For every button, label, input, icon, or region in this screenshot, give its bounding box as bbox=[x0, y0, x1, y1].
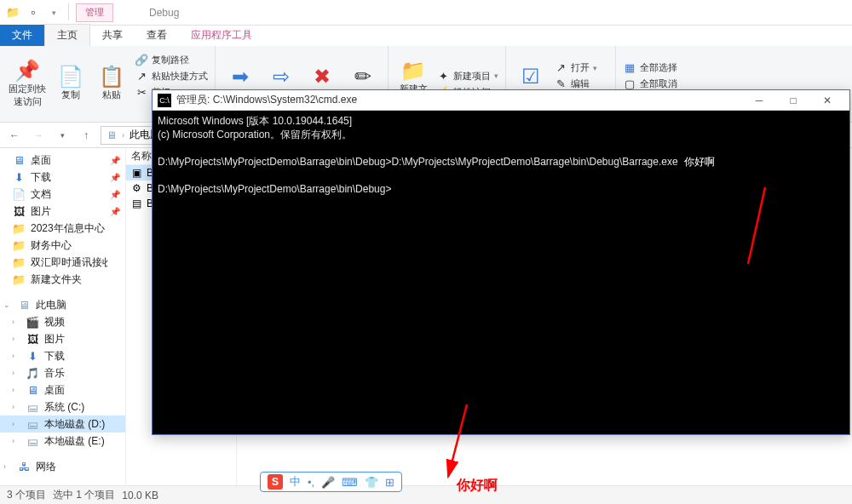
tree-folder[interactable]: 📁2023年信息中心 bbox=[0, 220, 125, 237]
tree-label: 桌面 bbox=[31, 153, 51, 168]
cmd-prompt: D:\MyProjects\MyProjectDemo\Barrage\bin\… bbox=[158, 183, 391, 195]
cmd-output[interactable]: Microsoft Windows [版本 10.0.19044.1645] (… bbox=[153, 111, 849, 434]
status-selected: 选中 1 个项目 bbox=[53, 488, 115, 502]
desktop-icon: 🖥 bbox=[12, 154, 26, 167]
pc-icon: 🖥 bbox=[17, 299, 31, 312]
ime-punct-icon[interactable]: •, bbox=[308, 476, 314, 489]
tree-desktop2[interactable]: ›🖥桌面 bbox=[0, 381, 125, 398]
paste-button[interactable]: 📋 粘贴 bbox=[94, 49, 130, 118]
maximize-button[interactable]: □ bbox=[776, 90, 810, 111]
copy-icon: 📄 bbox=[58, 66, 83, 87]
nav-tree[interactable]: 🖥桌面📌 ⬇下载📌 📄文档📌 🖼图片📌 📁2023年信息中心 📁财务中心 📁双汇… bbox=[0, 148, 126, 485]
pc-icon: 🖥 bbox=[106, 129, 117, 141]
tree-downloads2[interactable]: ›⬇下载 bbox=[0, 347, 125, 364]
tree-videos[interactable]: ›🎬视频 bbox=[0, 313, 125, 330]
tree-label: 财务中心 bbox=[31, 238, 72, 253]
tab-app-tools[interactable]: 应用程序工具 bbox=[179, 25, 264, 46]
cmd-window[interactable]: C:\ 管理员: C:\Windows\System32\cmd.exe ─ □… bbox=[152, 89, 850, 435]
paste-icon: 📋 bbox=[99, 66, 124, 87]
tree-network[interactable]: ›🖧网络 bbox=[0, 458, 125, 475]
pdb-icon: ▤ bbox=[130, 198, 143, 209]
open-label: 打开 bbox=[571, 61, 590, 74]
edit-label: 编辑 bbox=[571, 77, 590, 90]
nav-forward-button[interactable]: → bbox=[29, 126, 48, 145]
tree-label: 文档 bbox=[31, 187, 51, 202]
tab-share[interactable]: 共享 bbox=[90, 25, 135, 46]
cmd-line: (c) Microsoft Corporation。保留所有权利。 bbox=[158, 129, 352, 140]
pic-icon: 🖼 bbox=[26, 333, 39, 346]
chevron-icon: › bbox=[12, 318, 20, 326]
selall-label: 全部选择 bbox=[640, 61, 677, 74]
tree-ddrive[interactable]: ›🖴本地磁盘 (D:) bbox=[0, 415, 125, 432]
path-icon: 🔗 bbox=[135, 54, 148, 67]
tree-cdrive[interactable]: ›🖴系统 (C:) bbox=[0, 398, 125, 415]
tree-desktop[interactable]: 🖥桌面📌 bbox=[0, 152, 125, 169]
copy-path-button[interactable]: 🔗复制路径 bbox=[135, 54, 208, 67]
tree-pictures2[interactable]: ›🖼图片 bbox=[0, 330, 125, 347]
disk-icon: 🖴 bbox=[26, 435, 39, 448]
tree-downloads[interactable]: ⬇下载📌 bbox=[0, 169, 125, 186]
move-icon: ➡ bbox=[232, 66, 249, 87]
tree-label: 图片 bbox=[44, 332, 65, 346]
ime-toolbar[interactable]: S 中 •, 🎤 ⌨ 👕 ⊞ bbox=[260, 472, 402, 492]
tree-label: 下载 bbox=[31, 170, 51, 185]
tab-view[interactable]: 查看 bbox=[135, 25, 179, 46]
paste-shortcut-label: 粘贴快捷方式 bbox=[152, 70, 208, 83]
quick-access-toolbar: 📁 ▫ ▾ bbox=[0, 3, 76, 22]
sogou-logo-icon[interactable]: S bbox=[268, 474, 283, 490]
copyto-icon: ⇨ bbox=[273, 66, 290, 87]
close-button[interactable]: ✕ bbox=[810, 90, 844, 111]
tree-label: 图片 bbox=[31, 204, 51, 219]
tree-label: 下载 bbox=[44, 349, 65, 364]
chevron-down-icon: ⌄ bbox=[3, 301, 12, 309]
open-button[interactable]: ↗打开▾ bbox=[554, 61, 608, 75]
minimize-button[interactable]: ─ bbox=[742, 90, 776, 111]
delete-icon: ✖ bbox=[314, 66, 331, 87]
newitem-label: 新建项目 bbox=[453, 70, 491, 83]
tree-folder[interactable]: 📁新建文件夹 bbox=[0, 271, 125, 288]
copy-label: 复制 bbox=[61, 89, 80, 101]
nav-dropdown-icon[interactable]: ▾ bbox=[53, 126, 72, 145]
qat-item[interactable]: ▫ bbox=[24, 3, 43, 22]
tab-home[interactable]: 主页 bbox=[44, 24, 90, 46]
chevron-icon: › bbox=[3, 462, 12, 471]
ime-keyboard-icon[interactable]: ⌨ bbox=[342, 476, 358, 489]
tree-pictures[interactable]: 🖼图片📌 bbox=[0, 203, 125, 220]
cmd-titlebar[interactable]: C:\ 管理员: C:\Windows\System32\cmd.exe ─ □… bbox=[153, 90, 849, 111]
cmd-line: Microsoft Windows [版本 10.0.19044.1645] bbox=[158, 115, 352, 127]
qat-dropdown-icon[interactable]: ▾ bbox=[44, 3, 63, 22]
chevron-icon: › bbox=[12, 335, 20, 343]
pin-quick-access-button[interactable]: 📌 固定到快速访问 bbox=[7, 49, 48, 118]
tree-this-pc[interactable]: ⌄🖥此电脑 bbox=[0, 296, 125, 313]
tab-file[interactable]: 文件 bbox=[0, 25, 44, 46]
ime-skin-icon[interactable]: 👕 bbox=[365, 476, 378, 489]
ime-lang[interactable]: 中 bbox=[290, 474, 301, 490]
cmd-title-text: 管理员: C:\Windows\System32\cmd.exe bbox=[176, 93, 357, 107]
props-icon: ☑ bbox=[521, 66, 540, 87]
paste-shortcut-button[interactable]: ↗粘贴快捷方式 bbox=[135, 70, 208, 83]
tree-documents[interactable]: 📄文档📌 bbox=[0, 186, 125, 203]
folder-icon: 📁 bbox=[12, 273, 26, 286]
tree-label: 本地磁盘 (E:) bbox=[44, 434, 105, 449]
copy-path-label: 复制路径 bbox=[152, 54, 189, 66]
ime-voice-icon[interactable]: 🎤 bbox=[321, 476, 335, 489]
cmd-argument: 你好啊 bbox=[684, 156, 715, 168]
tree-label: 2023年信息中心 bbox=[31, 221, 105, 236]
tree-label: 网络 bbox=[36, 460, 56, 474]
folder-icon: 📁 bbox=[12, 239, 26, 252]
nav-up-button[interactable]: ↑ bbox=[77, 126, 95, 145]
nav-back-button[interactable]: ← bbox=[5, 126, 24, 145]
tree-folder[interactable]: 📁财务中心 bbox=[0, 237, 125, 254]
folder-icon[interactable]: 📁 bbox=[3, 3, 22, 22]
new-item-button[interactable]: ✦新建项目▾ bbox=[436, 69, 498, 83]
paste-label: 粘贴 bbox=[102, 89, 121, 101]
tree-edrive[interactable]: ›🖴本地磁盘 (E:) bbox=[0, 432, 125, 450]
ime-menu-icon[interactable]: ⊞ bbox=[385, 476, 394, 489]
tree-folder[interactable]: 📁双汇即时通讯接收 bbox=[0, 254, 125, 271]
select-all-button[interactable]: ▦全部选择 bbox=[623, 61, 677, 75]
chevron-icon: › bbox=[12, 420, 20, 428]
tree-music[interactable]: ›🎵音乐 bbox=[0, 364, 125, 381]
chevron-icon: › bbox=[12, 352, 20, 360]
copy-button[interactable]: 📄 复制 bbox=[53, 49, 89, 118]
chevron-icon: › bbox=[12, 437, 20, 445]
